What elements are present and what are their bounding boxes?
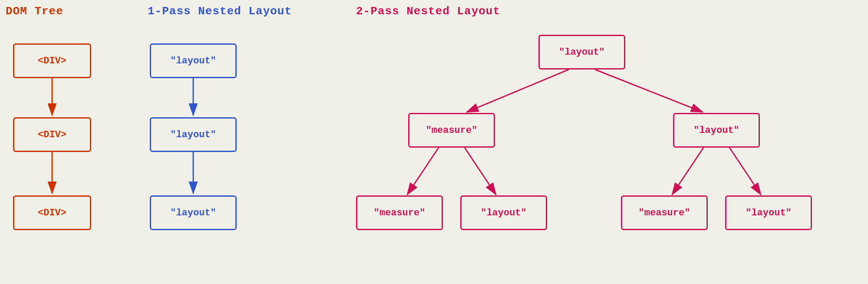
pass2-title: 2-Pass Nested Layout (356, 5, 500, 18)
pass2-layout3: "layout" (725, 195, 812, 230)
svg-line-13 (729, 148, 761, 195)
svg-line-12 (672, 148, 703, 195)
dom-div1: <DIV> (13, 43, 91, 78)
pass1-layout3: "layout" (150, 195, 237, 230)
pass2-layout2: "layout" (460, 195, 547, 230)
pass2-layout1: "layout" (673, 113, 760, 148)
svg-line-9 (595, 69, 703, 112)
svg-line-8 (467, 69, 569, 112)
dom-div3: <DIV> (13, 195, 91, 230)
svg-line-10 (407, 148, 439, 195)
diagram-area: DOM Tree <DIV> <DIV> <DIV> 1-Pass Nested… (0, 0, 868, 284)
pass1-title: 1-Pass Nested Layout (148, 5, 292, 18)
pass2-measure1: "measure" (408, 113, 495, 148)
pass2-root: "layout" (538, 35, 625, 69)
dom-tree-title: DOM Tree (6, 5, 63, 18)
dom-div2: <DIV> (13, 117, 91, 152)
svg-line-11 (465, 148, 496, 195)
pass1-layout2: "layout" (150, 117, 237, 152)
pass1-layout1: "layout" (150, 43, 237, 78)
pass2-measure2: "measure" (356, 195, 443, 230)
pass2-measure3: "measure" (621, 195, 708, 230)
